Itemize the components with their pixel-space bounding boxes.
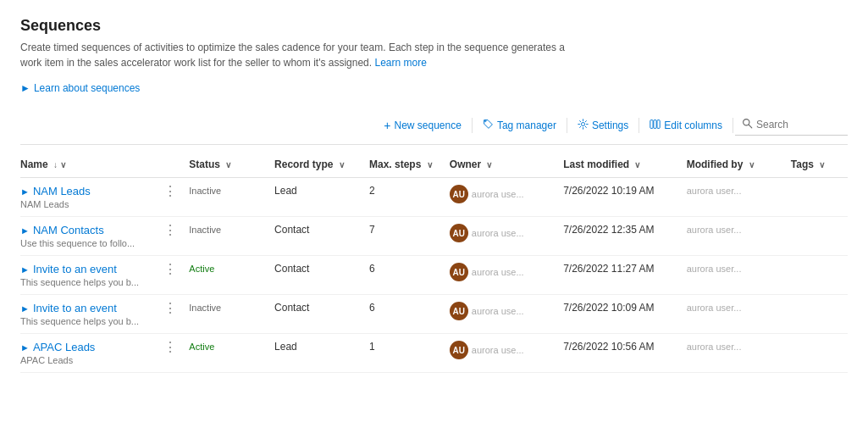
row-name-sub-3: This sequence helps you b... [20, 316, 157, 326]
cell-last-modified-4: 7/26/2022 10:56 AM [563, 334, 687, 373]
cell-last-modified-2: 7/26/2022 11:27 AM [563, 256, 687, 295]
cell-modified-by-0: aurora user... [687, 178, 791, 217]
cell-record-2: Contact [274, 256, 369, 295]
table-row: ► Invite to an event This sequence helps… [20, 295, 848, 334]
owner-name-1: aurora use... [472, 228, 524, 238]
columns-icon [650, 119, 661, 132]
row-more-button-1[interactable]: ⋮ [160, 224, 180, 237]
cell-status-0: Inactive [189, 178, 274, 217]
row-more-button-2[interactable]: ⋮ [160, 263, 180, 276]
cell-name-4: ► APAC Leads APAC Leads ⋮ [20, 334, 189, 373]
cell-tags-1 [791, 217, 848, 256]
cell-tags-3 [791, 295, 848, 334]
cell-record-4: Lead [274, 334, 369, 373]
sort-icon-owner: ∨ [486, 160, 492, 170]
cell-name-0: ► NAM Leads NAM Leads ⋮ [20, 178, 189, 217]
sequence-arrow-icon-4: ► [20, 342, 30, 353]
cell-steps-2: 6 [369, 256, 450, 295]
toolbar-separator-4 [733, 118, 733, 133]
owner-avatar-0: AU [450, 185, 468, 203]
cell-owner-0: AU aurora use... [450, 178, 563, 217]
table-row: ► APAC Leads APAC Leads ⋮ Active Lead 1 … [20, 334, 848, 373]
col-header-status: Status ∨ [189, 152, 274, 178]
col-header-record-type: Record type ∨ [274, 152, 369, 178]
toolbar: + New sequence Tag manager Settings Edit… [20, 114, 848, 145]
cell-steps-4: 1 [369, 334, 450, 373]
cell-steps-3: 6 [369, 295, 450, 334]
svg-point-0 [581, 122, 584, 125]
tag-icon [483, 119, 494, 132]
cell-last-modified-3: 7/26/2022 10:09 AM [563, 295, 687, 334]
search-input[interactable] [756, 119, 841, 131]
toolbar-separator-3 [639, 118, 639, 133]
cell-record-3: Contact [274, 295, 369, 334]
status-badge-2: Active [189, 263, 214, 275]
owner-name-3: aurora use... [472, 306, 524, 316]
sort-icon-tags: ∨ [819, 160, 825, 170]
cell-name-1: ► NAM Contacts Use this sequence to foll… [20, 217, 189, 256]
sort-icon-steps: ∨ [427, 160, 433, 170]
table-row: ► Invite to an event This sequence helps… [20, 256, 848, 295]
sequences-table: Name ↓ ∨ Status ∨ Record type ∨ Max. ste… [20, 152, 848, 373]
page-title: Sequences [20, 17, 848, 35]
svg-rect-1 [650, 120, 653, 128]
cell-record-1: Contact [274, 217, 369, 256]
sort-icon-name: ↓ ∨ [53, 160, 66, 170]
row-name-link-2[interactable]: ► Invite to an event [20, 263, 157, 275]
owner-avatar-3: AU [450, 302, 468, 320]
row-name-sub-1: Use this sequence to follo... [20, 238, 157, 248]
cell-last-modified-1: 7/26/2022 12:35 AM [563, 217, 687, 256]
cell-steps-1: 7 [369, 217, 450, 256]
cell-tags-4 [791, 334, 848, 373]
cell-status-4: Active [189, 334, 274, 373]
row-name-link-1[interactable]: ► NAM Contacts [20, 224, 157, 236]
cell-owner-1: AU aurora use... [450, 217, 563, 256]
page-container: Sequences Create timed sequences of acti… [0, 0, 868, 390]
edit-columns-button[interactable]: Edit columns [641, 115, 731, 136]
sort-icon-modified: ∨ [634, 160, 640, 170]
status-badge-1: Inactive [189, 224, 221, 236]
row-name-sub-2: This sequence helps you b... [20, 277, 157, 287]
learn-more-link[interactable]: Learn more [374, 57, 426, 69]
row-name-sub-0: NAM Leads [20, 199, 157, 209]
cell-modified-by-3: aurora user... [687, 295, 791, 334]
row-name-link-4[interactable]: ► APAC Leads [20, 341, 157, 353]
cell-last-modified-0: 7/26/2022 10:19 AM [563, 178, 687, 217]
owner-avatar-1: AU [450, 224, 468, 242]
col-header-tags: Tags ∨ [791, 152, 848, 178]
owner-name-4: aurora use... [472, 345, 524, 355]
plus-icon: + [384, 119, 390, 132]
row-more-button-3[interactable]: ⋮ [160, 302, 180, 315]
cell-tags-2 [791, 256, 848, 295]
learn-about-sequences-link[interactable]: ► Learn about sequences [20, 82, 140, 94]
row-more-button-4[interactable]: ⋮ [160, 341, 180, 354]
col-header-name: Name ↓ ∨ [20, 152, 189, 178]
row-more-button-0[interactable]: ⋮ [160, 185, 180, 198]
cell-modified-by-2: aurora user... [687, 256, 791, 295]
settings-button[interactable]: Settings [569, 115, 637, 136]
svg-line-5 [749, 125, 752, 128]
owner-name-0: aurora use... [472, 189, 524, 199]
cell-name-2: ► Invite to an event This sequence helps… [20, 256, 189, 295]
status-badge-4: Active [189, 341, 214, 353]
sequence-arrow-icon-0: ► [20, 186, 30, 197]
col-header-max-steps: Max. steps ∨ [369, 152, 450, 178]
owner-avatar-4: AU [450, 341, 468, 359]
status-badge-0: Inactive [189, 185, 221, 197]
toolbar-separator-1 [472, 118, 473, 133]
table-row: ► NAM Contacts Use this sequence to foll… [20, 217, 848, 256]
table-header-row: Name ↓ ∨ Status ∨ Record type ∨ Max. ste… [20, 152, 848, 178]
tag-manager-button[interactable]: Tag manager [474, 115, 565, 136]
search-box [735, 114, 848, 136]
row-name-link-0[interactable]: ► NAM Leads [20, 185, 157, 197]
owner-avatar-2: AU [450, 263, 468, 281]
chevron-right-icon: ► [20, 82, 30, 94]
new-sequence-button[interactable]: + New sequence [375, 115, 470, 136]
cell-status-2: Active [189, 256, 274, 295]
page-description: Create timed sequences of activities to … [20, 40, 571, 70]
cell-owner-3: AU aurora use... [450, 295, 563, 334]
settings-icon [578, 119, 589, 132]
cell-name-3: ► Invite to an event This sequence helps… [20, 295, 189, 334]
sort-icon-record: ∨ [339, 160, 345, 170]
row-name-link-3[interactable]: ► Invite to an event [20, 302, 157, 314]
